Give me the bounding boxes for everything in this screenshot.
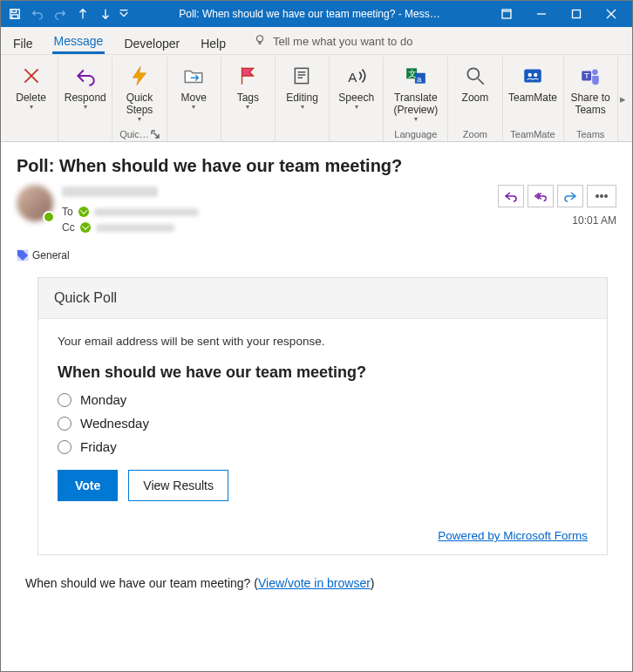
- svg-point-21: [605, 195, 607, 197]
- editing-button[interactable]: Editing▾: [278, 60, 327, 111]
- delete-label: Delete: [16, 92, 46, 104]
- more-actions-button[interactable]: [587, 185, 616, 207]
- tags-button[interactable]: Tags▾: [223, 60, 272, 111]
- ribbon-overflow[interactable]: ▸: [618, 57, 629, 141]
- vote-button[interactable]: Vote: [58, 470, 118, 501]
- minimize-button[interactable]: [524, 1, 559, 27]
- window-popup-icon[interactable]: [489, 1, 524, 27]
- poll-option-label: Monday: [80, 392, 126, 407]
- quick-steps-group-label: Quic…: [119, 127, 160, 141]
- tab-help[interactable]: Help: [199, 31, 228, 54]
- respond-label: Respond: [65, 92, 106, 104]
- cc-recipient-redacted: [96, 224, 174, 232]
- group-respond: Respond▾: [58, 57, 112, 141]
- svg-text:文: 文: [408, 69, 417, 78]
- quick-steps-button[interactable]: Quick Steps▾: [115, 60, 164, 123]
- footer-close: ): [371, 576, 375, 590]
- poll-option[interactable]: Monday: [58, 392, 588, 407]
- group-language: 文a Translate (Preview)▾ Language: [384, 57, 448, 141]
- category-tag[interactable]: General: [17, 249, 616, 261]
- teammate-group-label: TeamMate: [510, 127, 555, 141]
- teammate-icon: [519, 62, 547, 90]
- window-title: Poll: When should we have our team meeti…: [130, 8, 489, 20]
- delete-button[interactable]: Delete▾: [7, 60, 56, 111]
- share-to-teams-button[interactable]: T Share to Teams: [566, 60, 615, 116]
- teammate-button[interactable]: TeamMate: [505, 60, 561, 104]
- group-teammate: TeamMate TeamMate: [503, 57, 564, 141]
- message-header: To Cc: [17, 185, 616, 237]
- zoom-group-label: Zoom: [463, 127, 487, 141]
- maximize-button[interactable]: [559, 1, 594, 27]
- tags-label: Tags: [237, 92, 259, 104]
- view-in-browser-link[interactable]: View/vote in browser: [258, 576, 371, 590]
- translate-button[interactable]: 文a Translate (Preview)▾: [387, 60, 445, 123]
- svg-point-12: [467, 68, 479, 79]
- svg-rect-4: [573, 10, 581, 18]
- lightbulb-icon: [254, 34, 266, 49]
- speech-button[interactable]: A Speech▾: [332, 60, 381, 111]
- editing-icon: [289, 62, 316, 90]
- category-label: General: [32, 249, 70, 261]
- cc-label: Cc: [62, 221, 75, 234]
- respond-icon: [71, 62, 99, 90]
- svg-point-5: [257, 36, 263, 42]
- radio-icon: [58, 417, 71, 431]
- qat-customize-icon[interactable]: [118, 3, 130, 24]
- dialog-launcher-icon[interactable]: [151, 130, 160, 139]
- lightning-icon: [126, 62, 153, 90]
- redo-icon[interactable]: [50, 3, 71, 24]
- previous-item-icon[interactable]: [72, 3, 93, 24]
- poll-option[interactable]: Friday: [58, 439, 588, 454]
- group-quick-steps: Quick Steps▾ Quic…: [112, 57, 167, 141]
- group-delete: Delete▾: [4, 57, 58, 141]
- group-tags: Tags▾: [221, 57, 276, 141]
- to-recipient-redacted: [94, 208, 199, 216]
- flag-icon: [234, 62, 262, 90]
- speech-label: Speech: [338, 92, 374, 104]
- poll-question: When should we have our team meeting?: [58, 363, 588, 382]
- group-teams: T Share to Teams Teams: [564, 57, 618, 141]
- powered-by-link[interactable]: Powered by Microsoft Forms: [438, 529, 588, 542]
- svg-point-20: [601, 195, 602, 197]
- next-item-icon[interactable]: [95, 3, 116, 24]
- translate-icon: 文a: [402, 62, 430, 90]
- reply-button[interactable]: [498, 185, 524, 207]
- svg-rect-13: [524, 69, 541, 82]
- tab-file[interactable]: File: [11, 31, 35, 54]
- presence-icon: [80, 222, 91, 233]
- zoom-button[interactable]: Zoom: [451, 60, 500, 104]
- svg-text:a: a: [417, 74, 422, 84]
- group-move: Move▾: [167, 57, 221, 141]
- footer-text: When should we have our team meeting? (: [25, 576, 258, 590]
- tab-message[interactable]: Message: [52, 29, 106, 54]
- respond-button[interactable]: Respond▾: [61, 60, 110, 111]
- quick-steps-label: Quick Steps: [126, 92, 153, 116]
- tab-developer[interactable]: Developer: [122, 31, 181, 54]
- svg-point-14: [528, 73, 532, 77]
- radio-icon: [58, 393, 71, 407]
- svg-rect-2: [12, 15, 18, 18]
- save-icon[interactable]: [4, 3, 25, 24]
- translate-label: Translate (Preview): [393, 92, 438, 116]
- undo-icon[interactable]: [27, 3, 48, 24]
- tell-me-placeholder: Tell me what you want to do: [273, 35, 412, 48]
- sender-avatar[interactable]: [17, 185, 53, 221]
- poll-option-label: Wednesday: [80, 416, 149, 431]
- reading-pane: Poll: When should we have our team meeti…: [1, 142, 632, 595]
- editing-label: Editing: [286, 92, 318, 104]
- move-button[interactable]: Move▾: [169, 60, 218, 111]
- poll-privacy-note: Your email address will be sent with you…: [58, 335, 588, 348]
- message-actions: [498, 185, 616, 207]
- svg-point-15: [534, 73, 537, 77]
- sender-name-redacted: [62, 187, 158, 197]
- close-button[interactable]: [594, 1, 629, 27]
- read-aloud-icon: A: [343, 62, 371, 90]
- vote-footer: When should we have our team meeting? (V…: [17, 555, 616, 590]
- message-subject: Poll: When should we have our team meeti…: [17, 156, 616, 176]
- view-results-button[interactable]: View Results: [128, 470, 228, 501]
- poll-card: Quick Poll Your email address will be se…: [37, 277, 608, 555]
- forward-button[interactable]: [557, 185, 583, 207]
- poll-option[interactable]: Wednesday: [58, 416, 588, 431]
- reply-all-button[interactable]: [528, 185, 554, 207]
- tell-me-search[interactable]: Tell me what you want to do: [254, 34, 622, 54]
